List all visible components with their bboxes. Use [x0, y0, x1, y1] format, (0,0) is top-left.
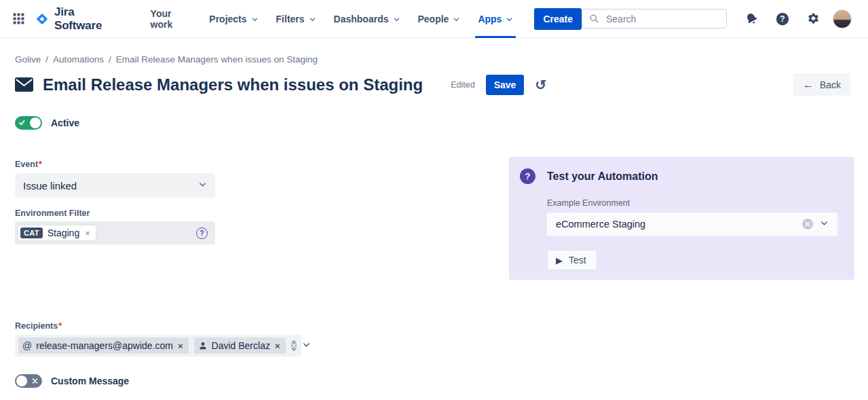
jira-logo[interactable]: Jira Software [35, 5, 124, 33]
breadcrumb-golive[interactable]: Golive [15, 54, 41, 65]
recipient-user-label: David Berclaz [212, 340, 270, 351]
chevron-down-icon [393, 14, 400, 25]
automation-form: Event* Issue linked Environment Filter C… [15, 160, 215, 388]
breadcrumb-separator: / [45, 54, 48, 65]
chevron-down-icon [506, 14, 513, 25]
active-toggle-label: Active [51, 117, 79, 128]
primary-nav: Your work Projects Filters Dashboards Pe… [142, 0, 523, 38]
top-nav: Jira Software Your work Projects Filters… [0, 0, 868, 38]
page-header: Email Release Managers when issues on St… [15, 73, 853, 96]
nav-item-filters[interactable]: Filters [267, 0, 325, 38]
required-marker: * [39, 160, 42, 169]
help-icon[interactable]: ? [771, 7, 794, 31]
breadcrumb: Golive / Automations / Email Release Man… [15, 54, 868, 65]
breadcrumb-automations[interactable]: Automations [53, 54, 104, 65]
remove-chip-icon[interactable]: × [84, 229, 91, 238]
cross-icon [32, 378, 38, 384]
clear-all-icon[interactable] [291, 340, 297, 351]
environment-filter-label: Environment Filter [15, 208, 215, 218]
chevron-down-icon [302, 340, 311, 352]
check-icon [19, 120, 25, 126]
save-button[interactable]: Save [486, 75, 525, 95]
event-label: Event* [15, 160, 215, 169]
person-icon [198, 341, 208, 350]
test-panel-body: Example Environment eCommerce Staging ▶ … [547, 198, 837, 270]
back-arrow-icon: ← [803, 79, 814, 90]
at-sign-icon: @ [22, 340, 32, 351]
chevron-down-icon [198, 179, 207, 192]
page-title: Email Release Managers when issues on St… [43, 75, 423, 94]
breadcrumb-separator: / [109, 54, 111, 65]
edited-status: Edited [451, 80, 474, 90]
environment-filter-field[interactable]: CAT Staging × ? [15, 221, 215, 244]
clear-icon[interactable] [802, 219, 813, 230]
required-marker: * [58, 321, 62, 331]
play-icon: ▶ [556, 256, 563, 265]
example-environment-label: Example Environment [547, 198, 837, 208]
create-button[interactable]: Create [534, 8, 582, 30]
recipient-email-chip: @ release-managers@apwide.com × [18, 338, 189, 354]
test-button[interactable]: ▶ Test [547, 250, 597, 270]
breadcrumb-current: Email Release Managers when issues on St… [116, 54, 318, 65]
recipient-email-label: release-managers@apwide.com [36, 340, 173, 351]
environment-chip: CAT Staging × [18, 225, 96, 240]
back-button[interactable]: ← Back [793, 73, 850, 96]
custom-message-row: Custom Message [15, 374, 215, 388]
event-select[interactable]: Issue linked [15, 173, 215, 198]
recipient-user-chip: David Berclaz × [194, 338, 286, 354]
test-automation-panel: ? Test your Automation Example Environme… [509, 157, 854, 280]
user-avatar[interactable] [833, 10, 852, 29]
nav-item-dashboards[interactable]: Dashboards [325, 0, 409, 38]
nav-item-apps[interactable]: Apps [469, 0, 522, 38]
remove-chip-icon[interactable]: × [274, 342, 281, 350]
chevron-down-icon [453, 14, 460, 25]
main-content: Golive / Automations / Email Release Man… [0, 54, 868, 388]
example-environment-value: eCommerce Staging [556, 219, 645, 230]
active-toggle[interactable] [15, 116, 42, 130]
custom-message-label: Custom Message [51, 376, 129, 386]
nav-right: ? [582, 7, 852, 31]
jira-diamond-icon [35, 12, 50, 26]
notifications-bell-icon[interactable] [740, 7, 763, 30]
test-panel-title: Test your Automation [547, 170, 658, 183]
chevron-down-icon [251, 14, 259, 25]
remove-chip-icon[interactable]: × [177, 342, 184, 350]
search-icon [589, 14, 599, 24]
chevron-down-icon [309, 14, 316, 25]
test-panel-header: ? Test your Automation [520, 168, 837, 184]
settings-gear-icon[interactable] [802, 7, 825, 30]
category-badge: CAT [20, 228, 43, 238]
nav-item-projects[interactable]: Projects [200, 0, 267, 38]
example-environment-select[interactable]: eCommerce Staging [547, 213, 837, 236]
svg-text:?: ? [780, 14, 785, 24]
recipients-field[interactable]: @ release-managers@apwide.com × David Be… [15, 335, 301, 357]
brand-name: Jira Software [54, 5, 124, 33]
nav-item-your-work[interactable]: Your work [142, 0, 201, 38]
app-switcher-icon[interactable] [8, 8, 29, 29]
event-select-value: Issue linked [23, 180, 77, 192]
question-badge-icon: ? [520, 168, 535, 184]
active-toggle-row: Active [15, 116, 868, 130]
search-input[interactable] [605, 13, 719, 25]
email-envelope-icon [15, 77, 33, 92]
recipients-label: Recipients* [15, 321, 215, 331]
environment-chip-label: Staging [48, 228, 79, 238]
search-box[interactable] [582, 9, 727, 29]
custom-message-toggle[interactable] [15, 374, 42, 388]
chevron-down-icon [820, 218, 829, 230]
undo-icon[interactable]: ↺ [532, 77, 549, 93]
environment-filter-help-icon[interactable]: ? [196, 228, 208, 239]
nav-item-people[interactable]: People [409, 0, 470, 38]
